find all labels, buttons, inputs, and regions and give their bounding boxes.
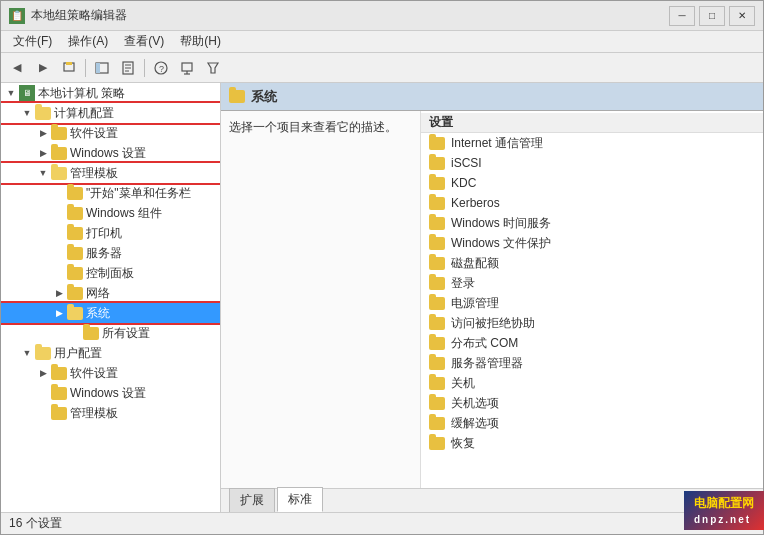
printer-label: 打印机 <box>86 225 122 242</box>
show-hide-btn[interactable] <box>90 57 114 79</box>
content-area: ▼ 🖥 本地计算机 策略 ▼ 计算机配置 ▶ 软件设置 ▶ Windows 设置 <box>1 83 763 512</box>
forward-button[interactable]: ▶ <box>31 57 55 79</box>
list-item[interactable]: Internet 通信管理 <box>421 133 763 153</box>
tree-server[interactable]: 服务器 <box>1 243 220 263</box>
list-item[interactable]: 磁盘配额 <box>421 253 763 273</box>
items-area: 设置 Internet 通信管理 iSCSI KDC <box>421 111 763 488</box>
up-button[interactable] <box>57 57 81 79</box>
tree-start-menu[interactable]: "开始"菜单和任务栏 <box>1 183 220 203</box>
svg-rect-3 <box>96 63 100 73</box>
user-label: 用户配置 <box>54 345 102 362</box>
tree-system[interactable]: ▶ 系统 <box>1 303 220 323</box>
network-expand: ▶ <box>51 285 67 301</box>
tree-printer[interactable]: 打印机 <box>1 223 220 243</box>
menu-action[interactable]: 操作(A) <box>60 31 116 52</box>
status-text: 16 个设置 <box>9 515 62 532</box>
tree-root[interactable]: ▼ 🖥 本地计算机 策略 <box>1 83 220 103</box>
printer-icon <box>67 227 83 240</box>
user-software-icon <box>51 367 67 380</box>
tab-standard[interactable]: 标准 <box>277 487 323 512</box>
tree-user-software[interactable]: ▶ 软件设置 <box>1 363 220 383</box>
right-panel: 系统 选择一个项目来查看它的描述。 设置 Internet 通信管理 <box>221 83 763 512</box>
user-win-icon <box>51 387 67 400</box>
tree-user-config[interactable]: ▼ 用户配置 <box>1 343 220 363</box>
tree-windows-settings[interactable]: ▶ Windows 设置 <box>1 143 220 163</box>
title-bar-left: 📋 本地组策略编辑器 <box>9 7 127 24</box>
menu-file[interactable]: 文件(F) <box>5 31 60 52</box>
export-btn[interactable] <box>175 57 199 79</box>
list-item[interactable]: Kerberos <box>421 193 763 213</box>
help-btn[interactable]: ? <box>149 57 173 79</box>
control-expand <box>51 265 67 281</box>
list-item[interactable]: Windows 文件保护 <box>421 233 763 253</box>
tree-win-components[interactable]: Windows 组件 <box>1 203 220 223</box>
list-item[interactable]: 恢复 <box>421 433 763 453</box>
components-icon <box>67 207 83 220</box>
user-expand: ▼ <box>19 345 35 361</box>
item-label-13: 关机选项 <box>451 395 499 412</box>
list-item[interactable]: 分布式 COM <box>421 333 763 353</box>
list-item[interactable]: KDC <box>421 173 763 193</box>
app-icon: 📋 <box>9 8 25 24</box>
list-item[interactable]: 关机选项 <box>421 393 763 413</box>
tree-admin-templates[interactable]: ▼ 管理模板 <box>1 163 220 183</box>
item-label-3: Kerberos <box>451 196 500 210</box>
tab-expand[interactable]: 扩展 <box>229 488 275 512</box>
minimize-button[interactable]: ─ <box>669 6 695 26</box>
maximize-button[interactable]: □ <box>699 6 725 26</box>
tree-user-admin[interactable]: 管理模板 <box>1 403 220 423</box>
user-admin-expand <box>35 405 51 421</box>
tree-software-settings[interactable]: ▶ 软件设置 <box>1 123 220 143</box>
computer-config-expand: ▼ <box>19 105 35 121</box>
all-label: 所有设置 <box>102 325 150 342</box>
item-label-12: 关机 <box>451 375 475 392</box>
item-icon-15 <box>429 437 445 450</box>
menu-bar: 文件(F) 操作(A) 查看(V) 帮助(H) <box>1 31 763 53</box>
right-panel-header: 系统 <box>221 83 763 111</box>
back-button[interactable]: ◀ <box>5 57 29 79</box>
root-label: 本地计算机 策略 <box>38 85 125 102</box>
tree-computer-config[interactable]: ▼ 计算机配置 <box>1 103 220 123</box>
user-admin-label: 管理模板 <box>70 405 118 422</box>
tree-control-panel[interactable]: 控制面板 <box>1 263 220 283</box>
menu-view[interactable]: 查看(V) <box>116 31 172 52</box>
list-item[interactable]: 访问被拒绝协助 <box>421 313 763 333</box>
list-item[interactable]: 电源管理 <box>421 293 763 313</box>
item-icon-11 <box>429 357 445 370</box>
list-item[interactable]: 服务器管理器 <box>421 353 763 373</box>
tree-user-win-settings[interactable]: Windows 设置 <box>1 383 220 403</box>
toolbar-sep-2 <box>144 59 145 77</box>
item-icon-6 <box>429 257 445 270</box>
item-label-11: 服务器管理器 <box>451 355 523 372</box>
list-item[interactable]: 关机 <box>421 373 763 393</box>
menu-help[interactable]: 帮助(H) <box>172 31 229 52</box>
item-label-10: 分布式 COM <box>451 335 518 352</box>
list-item[interactable]: 缓解选项 <box>421 413 763 433</box>
right-content: 选择一个项目来查看它的描述。 设置 Internet 通信管理 iSCSI <box>221 111 763 488</box>
settings-column-header: 设置 <box>421 113 763 133</box>
software-label: 软件设置 <box>70 125 118 142</box>
tree-all-settings[interactable]: 所有设置 <box>1 323 220 343</box>
item-label-2: KDC <box>451 176 476 190</box>
computer-config-label: 计算机配置 <box>54 105 114 122</box>
admin-label: 管理模板 <box>70 165 118 182</box>
list-item[interactable]: Windows 时间服务 <box>421 213 763 233</box>
item-icon-10 <box>429 337 445 350</box>
properties-btn[interactable] <box>116 57 140 79</box>
bottom-tabs: 扩展 标准 <box>221 488 763 512</box>
start-icon <box>67 187 83 200</box>
system-expand: ▶ <box>51 305 67 321</box>
filter-btn[interactable] <box>201 57 225 79</box>
win-settings-expand: ▶ <box>35 145 51 161</box>
root-icon: 🖥 <box>19 85 35 101</box>
status-bar: 16 个设置 电脑配置网 dnpz.net <box>1 512 763 534</box>
item-icon-3 <box>429 197 445 210</box>
list-item[interactable]: iSCSI <box>421 153 763 173</box>
item-label-9: 访问被拒绝协助 <box>451 315 535 332</box>
list-item[interactable]: 登录 <box>421 273 763 293</box>
root-expand-icon: ▼ <box>3 85 19 101</box>
close-button[interactable]: ✕ <box>729 6 755 26</box>
window-title: 本地组策略编辑器 <box>31 7 127 24</box>
tree-network[interactable]: ▶ 网络 <box>1 283 220 303</box>
svg-marker-13 <box>208 63 218 73</box>
